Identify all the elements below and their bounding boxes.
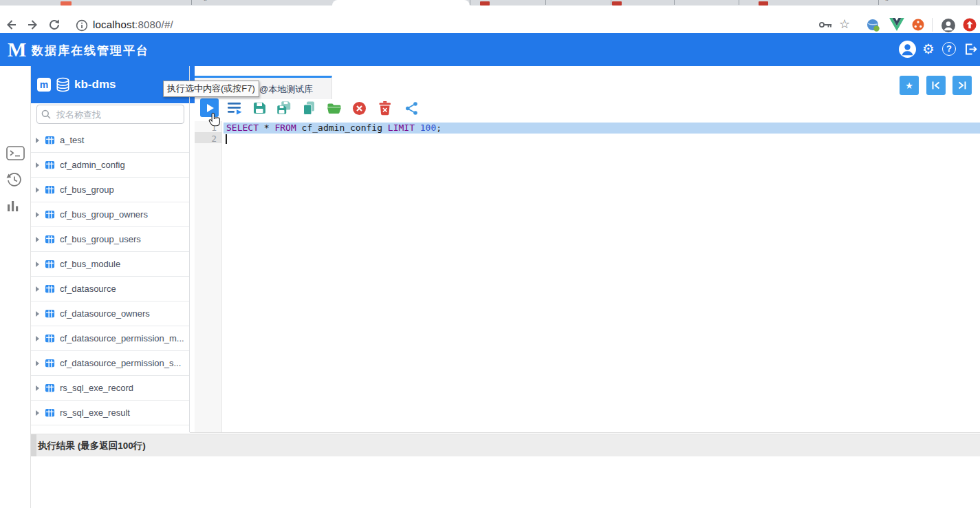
table-icon <box>45 284 55 294</box>
table-icon <box>45 184 55 195</box>
caret-right-icon[interactable] <box>36 410 39 416</box>
search-input[interactable] <box>36 105 184 124</box>
bookmark-star-icon[interactable]: ☆ <box>839 17 850 32</box>
toolbar-separator <box>932 18 933 32</box>
tree-item-table[interactable]: cf_datasource_permission_s... <box>31 351 190 376</box>
logout-icon[interactable] <box>963 42 978 59</box>
table-name: rs_sql_exe_record <box>60 383 133 393</box>
table-name: cf_datasource <box>60 284 116 294</box>
table-icon <box>45 160 55 170</box>
table-name: a_test <box>60 135 84 145</box>
caret-right-icon[interactable] <box>36 311 39 317</box>
tree-item-table[interactable]: rs_sql_exe_result <box>31 401 190 425</box>
tree-item-table[interactable]: cf_bus_group_users <box>31 227 190 252</box>
site-info-icon[interactable] <box>76 19 88 34</box>
scroll-tabs-end-button[interactable] <box>952 76 972 95</box>
page-title: 数据库在线管理平台 <box>32 43 149 59</box>
address-bar[interactable]: localhost:8080/#/ <box>93 19 173 30</box>
query-tab-label: @本地测试库 <box>259 83 313 96</box>
url-host: localhost <box>93 19 135 30</box>
tab-favicon[interactable]: “ <box>885 0 889 5</box>
panel-divider[interactable] <box>189 66 190 432</box>
save-all-icon[interactable] <box>276 100 292 119</box>
tree-item-table[interactable]: cf_datasource <box>31 277 190 301</box>
caret-right-icon[interactable] <box>36 361 39 366</box>
browser-active-tab[interactable] <box>332 0 470 6</box>
table-name: cf_datasource_permission_s... <box>60 358 181 368</box>
reload-icon[interactable] <box>47 18 61 34</box>
sql-editor[interactable]: 1 2 SELECT * FROM cf_admin_config LIMIT … <box>195 121 980 432</box>
app-logo: M <box>8 39 26 61</box>
browser-update-icon[interactable] <box>963 18 977 34</box>
mysql-badge-icon: m <box>37 78 51 92</box>
url-path: :8080/#/ <box>135 19 173 30</box>
results-resize-grip[interactable] <box>31 434 36 457</box>
stop-icon[interactable] <box>352 101 367 118</box>
results-area <box>31 456 980 508</box>
open-folder-icon[interactable] <box>327 101 342 117</box>
caret-right-icon[interactable] <box>36 237 39 242</box>
bar-chart-icon[interactable] <box>8 200 20 215</box>
forward-icon[interactable] <box>26 18 40 34</box>
tree-item-table[interactable]: rs_sql_exe_record <box>31 376 190 401</box>
tab-separator <box>611 0 611 5</box>
table-icon <box>45 408 55 418</box>
vue-devtools-icon[interactable] <box>889 18 904 34</box>
table-tree: a_testcf_admin_configcf_bus_groupcf_bus_… <box>31 128 190 425</box>
table-icon <box>45 259 55 269</box>
sql-toolbar <box>195 99 980 121</box>
table-name: cf_admin_config <box>60 160 125 170</box>
tree-item-table[interactable]: cf_datasource_owners <box>31 301 190 326</box>
format-sql-icon[interactable] <box>227 100 243 119</box>
extension-orange-icon[interactable] <box>911 18 925 34</box>
back-icon[interactable] <box>4 18 18 34</box>
results-header[interactable]: 执行结果 (最多返回100行) <box>31 434 980 456</box>
mouse-hand-cursor <box>208 112 221 130</box>
tree-item-table[interactable]: cf_datasource_permission_m... <box>31 326 190 351</box>
user-avatar-icon[interactable] <box>898 40 917 61</box>
favorite-button[interactable]: ★ <box>900 76 919 95</box>
caret-right-icon[interactable] <box>36 385 39 391</box>
editor-tab-bar: @本地测试库 ★ <box>195 66 980 99</box>
caret-right-icon[interactable] <box>36 286 39 292</box>
terminal-icon[interactable] <box>6 146 25 163</box>
tree-item-table[interactable]: cf_bus_module <box>31 252 190 277</box>
clear-trash-icon[interactable] <box>378 100 392 118</box>
table-name: rs_sql_exe_result <box>60 408 130 418</box>
caret-right-icon[interactable] <box>36 162 39 168</box>
tab-separator <box>545 0 546 5</box>
browser-tab-strip[interactable]: ““ <box>0 0 980 6</box>
caret-right-icon[interactable] <box>36 262 39 267</box>
caret-right-icon[interactable] <box>36 336 39 341</box>
tab-separator <box>674 0 675 5</box>
tree-item-table[interactable]: cf_bus_group <box>31 178 190 202</box>
tab-separator <box>470 0 470 5</box>
tree-item-table[interactable]: a_test <box>31 128 190 153</box>
run-tooltip: 执行选中内容(或按F7) <box>163 81 259 97</box>
tree-item-table[interactable]: cf_admin_config <box>31 153 190 178</box>
database-name: kb-dms <box>74 78 116 92</box>
help-icon[interactable]: ? <box>942 42 956 56</box>
editor-bottom-border <box>190 432 980 433</box>
table-name: cf_datasource_permission_m... <box>60 333 184 343</box>
table-icon <box>45 308 55 319</box>
share-icon[interactable] <box>404 101 419 118</box>
search-icon <box>41 109 51 122</box>
caret-right-icon[interactable] <box>36 138 39 143</box>
sql-line-1[interactable]: SELECT * FROM cf_admin_config LIMIT 100; <box>226 123 442 134</box>
copy-icon[interactable] <box>301 100 316 118</box>
table-icon <box>45 333 55 343</box>
save-icon[interactable] <box>252 100 267 118</box>
settings-gear-icon[interactable]: ⚙ <box>922 41 935 57</box>
table-name: cf_datasource_owners <box>60 308 150 319</box>
table-name: cf_bus_group <box>60 184 114 195</box>
password-key-icon[interactable] <box>818 18 833 34</box>
tab-favicon[interactable]: “ <box>204 0 207 5</box>
tab-separator <box>739 0 739 5</box>
scroll-tabs-start-button[interactable] <box>926 76 946 95</box>
results-title: 执行结果 (最多返回100行) <box>38 440 146 452</box>
caret-right-icon[interactable] <box>36 187 39 193</box>
history-icon[interactable] <box>6 171 23 191</box>
tree-item-table[interactable]: cf_bus_group_owners <box>31 202 190 227</box>
caret-right-icon[interactable] <box>36 212 39 218</box>
